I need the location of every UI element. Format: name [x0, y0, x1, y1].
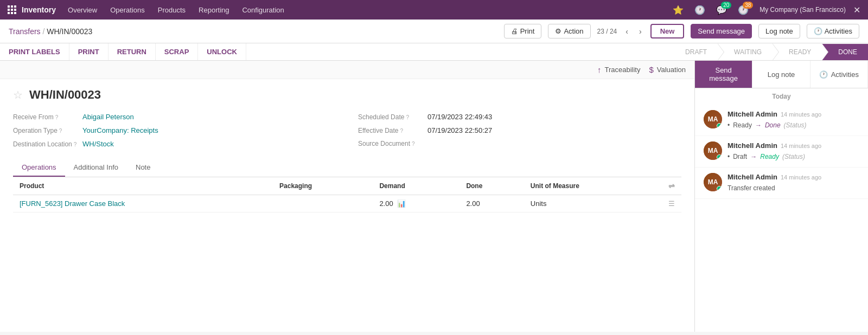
- msg-author-1: Mitchell Admin: [727, 110, 777, 118]
- done-cell: 2.00: [459, 195, 524, 212]
- scheduled-date-row: Scheduled Date ? 07/19/2023 22:49:43: [358, 113, 681, 121]
- table-settings-icon[interactable]: ⇌: [668, 182, 675, 190]
- chat-icon[interactable]: 💬 20: [713, 4, 730, 16]
- send-message-chatter-button[interactable]: Send message: [695, 61, 752, 88]
- receive-from-label: Receive From ?: [13, 113, 78, 121]
- nav-operations[interactable]: Operations: [105, 4, 150, 16]
- msg-content-1: Mitchell Admin 14 minutes ago • Ready → …: [727, 110, 859, 130]
- scheduled-date-label: Scheduled Date ?: [358, 113, 423, 121]
- main-layout: ↑ Traceability $ Valuation ☆ WH/IN/00023…: [0, 61, 868, 332]
- close-icon[interactable]: ✕: [850, 4, 864, 16]
- effective-date-help[interactable]: ?: [400, 128, 403, 134]
- chatter: Send message Log note 🕐 Activities Today…: [694, 61, 868, 332]
- log-note-button[interactable]: Log note: [758, 24, 800, 38]
- effective-date-row: Effective Date ? 07/19/2023 22:50:27: [358, 126, 681, 134]
- print-button[interactable]: 🖨 Print: [504, 24, 542, 38]
- svg-rect-1: [11, 5, 13, 8]
- detail-icon[interactable]: ☰: [668, 199, 675, 208]
- log-note-chatter-button[interactable]: Log note: [752, 61, 810, 88]
- col-product: Product: [13, 177, 273, 195]
- chatter-message-2: MA Mitchell Admin 14 minutes ago • Draft…: [695, 136, 868, 168]
- chatter-actions: Send message Log note 🕐 Activities: [695, 61, 868, 88]
- chatter-message-1: MA Mitchell Admin 14 minutes ago • Ready…: [695, 105, 868, 136]
- company-name: My Company (San Francisco): [760, 6, 846, 14]
- prev-button[interactable]: ‹: [623, 26, 630, 37]
- return-button[interactable]: RETURN: [108, 43, 156, 60]
- svg-rect-0: [8, 5, 10, 8]
- online-badge-1: [717, 123, 722, 128]
- status-draft[interactable]: DRAFT: [676, 44, 718, 60]
- print-icon: 🖨: [511, 27, 518, 35]
- next-button[interactable]: ›: [637, 26, 644, 37]
- receive-from-help[interactable]: ?: [55, 114, 59, 120]
- source-document-help[interactable]: ?: [412, 141, 415, 147]
- valuation-button[interactable]: $ Valuation: [649, 65, 686, 74]
- effective-date-label: Effective Date ?: [358, 127, 423, 134]
- forecast-icon[interactable]: 📊: [397, 199, 406, 208]
- status-ready[interactable]: READY: [773, 44, 822, 60]
- nav-products[interactable]: Products: [152, 4, 191, 16]
- app-grid-icon[interactable]: [4, 2, 20, 17]
- source-document-label: Source Document ?: [358, 140, 423, 147]
- status-waiting[interactable]: WAITING: [718, 44, 773, 60]
- destination-location-value[interactable]: WH/Stock: [82, 140, 114, 148]
- traceability-icon: ↑: [597, 65, 602, 74]
- msg-content-3: Mitchell Admin 14 minutes ago Transfer c…: [727, 173, 859, 193]
- svg-rect-8: [14, 12, 16, 14]
- msg-body-3: Transfer created: [727, 183, 859, 193]
- operation-type-help[interactable]: ?: [59, 128, 62, 134]
- receive-from-value[interactable]: Abigail Peterson: [82, 113, 134, 121]
- breadcrumb-parent[interactable]: Transfers: [9, 27, 41, 36]
- destination-location-label: Destination Location ?: [13, 140, 78, 148]
- tab-additional-info[interactable]: Additional Info: [65, 159, 127, 177]
- new-button[interactable]: New: [650, 24, 685, 38]
- activity-icon[interactable]: 🕐 38: [735, 4, 752, 16]
- effective-date-value: 07/19/2023 22:50:27: [427, 126, 492, 134]
- action-button[interactable]: ⚙ Action: [548, 24, 590, 38]
- traceability-button[interactable]: ↑ Traceability: [597, 65, 640, 74]
- breadcrumb: Transfers / WH/IN/00023: [9, 27, 92, 36]
- activities-button[interactable]: 🕐 Activities: [807, 24, 859, 38]
- avatar-3: MA: [704, 173, 722, 191]
- star-nav-icon[interactable]: ⭐: [669, 4, 687, 16]
- operation-type-row: Operation Type ? YourCompany: Receipts: [13, 126, 336, 134]
- unlock-button[interactable]: UNLOCK: [198, 43, 246, 60]
- tab-note[interactable]: Note: [127, 159, 159, 177]
- status-done[interactable]: DONE: [822, 44, 868, 60]
- source-document-row: Source Document ?: [358, 140, 681, 147]
- gear-icon: ⚙: [555, 27, 561, 35]
- svg-rect-6: [8, 12, 10, 14]
- product-cell[interactable]: [FURN_5623] Drawer Case Black: [13, 195, 273, 212]
- status-pipeline: DRAFT WAITING READY DONE: [676, 44, 868, 60]
- print-labels-button[interactable]: PRINT LABELS: [0, 43, 69, 60]
- tab-operations[interactable]: Operations: [13, 159, 65, 177]
- activities-chatter-icon: 🕐: [819, 70, 828, 79]
- destination-location-help[interactable]: ?: [74, 141, 77, 147]
- doc-title-row: ☆ WH/IN/00023: [13, 88, 681, 102]
- nav-reporting[interactable]: Reporting: [193, 4, 234, 16]
- app-name: Inventory: [22, 5, 56, 14]
- scheduled-date-help[interactable]: ?: [406, 114, 409, 120]
- scheduled-date-value: 07/19/2023 22:49:43: [427, 113, 492, 121]
- scrap-button[interactable]: SCRAP: [156, 43, 199, 60]
- svg-rect-4: [11, 9, 13, 11]
- nav-overview[interactable]: Overview: [62, 4, 103, 16]
- col-packaging: Packaging: [273, 177, 373, 195]
- activities-icon: 🕐: [814, 27, 822, 35]
- activities-chatter-button[interactable]: 🕐 Activities: [810, 61, 868, 88]
- receive-from-row: Receive From ? Abigail Peterson: [13, 113, 336, 121]
- nav-configuration[interactable]: Configuration: [237, 4, 289, 16]
- msg-body-1: • Ready → Done (Status): [727, 120, 859, 130]
- today-label: Today: [695, 88, 868, 105]
- favorite-star[interactable]: ☆: [13, 88, 23, 101]
- col-demand: Demand: [373, 177, 459, 195]
- avatar-1: MA: [704, 110, 722, 128]
- operation-type-value[interactable]: YourCompany: Receipts: [82, 126, 158, 134]
- destination-location-row: Destination Location ? WH/Stock: [13, 140, 336, 148]
- print-button-2[interactable]: PRINT: [69, 43, 108, 60]
- clock-nav-icon[interactable]: 🕐: [691, 4, 709, 16]
- operation-type-label: Operation Type ?: [13, 127, 78, 134]
- send-message-button[interactable]: Send message: [691, 24, 752, 38]
- svg-rect-2: [14, 5, 16, 8]
- msg-time-2: 14 minutes ago: [781, 143, 821, 149]
